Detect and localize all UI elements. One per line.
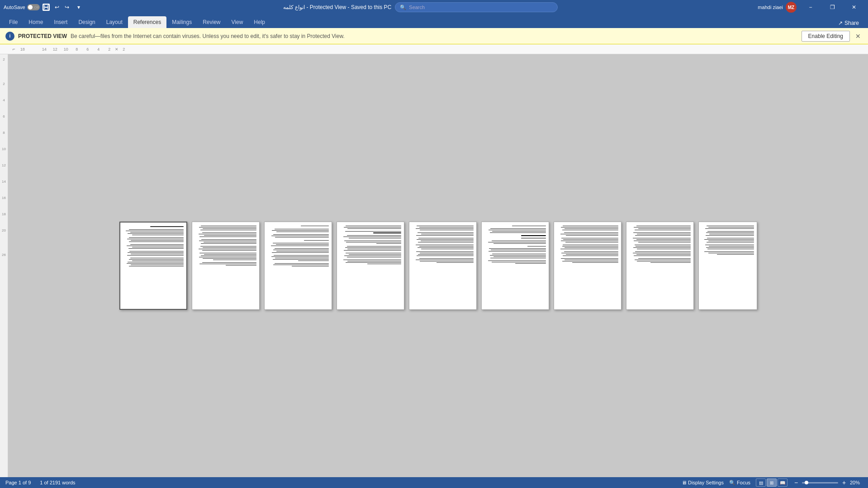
tab-file[interactable]: File [4, 16, 23, 28]
undo-button[interactable]: ↩ [52, 3, 62, 12]
tab-home[interactable]: Home [23, 16, 48, 28]
vr-sp7 [0, 153, 8, 161]
page-6-thumbnail[interactable] [481, 222, 549, 310]
page-1-content [120, 223, 186, 270]
document-area [8, 54, 868, 477]
tab-references[interactable]: References [128, 16, 166, 28]
user-info[interactable]: mahdi ziaei MZ [758, 2, 797, 13]
search-box[interactable]: 🔍 [395, 2, 558, 12]
page-8-thumbnail[interactable] [626, 222, 694, 310]
zoom-slider[interactable] [802, 482, 838, 483]
page-info: Page 1 of 9 [5, 480, 31, 485]
zoom-out-button[interactable]: − [793, 479, 799, 486]
vr-16: 16 [0, 194, 8, 202]
page-3-thumbnail[interactable] [264, 222, 332, 310]
page-6-content [482, 222, 549, 267]
close-button[interactable]: ✕ [844, 0, 864, 14]
display-settings-button[interactable]: 🖥 Display Settings [682, 480, 724, 485]
ruler-num-2r: 2 [119, 47, 129, 52]
ruler-num-10: 10 [61, 47, 71, 52]
vr-sp6 [0, 137, 8, 145]
title-bar-left: AutoSave Off ↩ ↪ ▾ [4, 3, 83, 12]
zoom-controls: − + 20% [793, 479, 863, 486]
page-3-content [265, 222, 332, 270]
title-center: انواع کلمه - Protected View - Saved to t… [87, 2, 754, 12]
minimize-button[interactable]: − [800, 0, 821, 14]
vr-10: 10 [0, 145, 8, 153]
tab-review[interactable]: Review [197, 16, 226, 28]
vr-20: 20 [0, 226, 8, 234]
title-bar-right: mahdi ziaei MZ − ❐ ✕ [758, 0, 864, 14]
avatar: MZ [786, 2, 797, 13]
protected-view-bar: i PROTECTED VIEW Be careful—files from t… [0, 28, 868, 44]
undo-redo-group: ↩ ↪ [52, 3, 71, 12]
save-icon[interactable] [43, 4, 50, 11]
close-protected-bar-button[interactable]: ✕ [854, 31, 863, 42]
autosave-toggle[interactable]: AutoSave Off [4, 4, 40, 10]
page-2-thumbnail[interactable] [192, 222, 260, 310]
vr-sp8 [0, 169, 8, 177]
vr-sp2 [0, 71, 8, 80]
page-7-thumbnail[interactable] [554, 222, 621, 310]
ruler-num-center: ✕ [115, 47, 119, 52]
title-bar: AutoSave Off ↩ ↪ ▾ انواع کلمه - Protecte… [0, 0, 868, 14]
share-icon: ↗ [838, 20, 843, 26]
ruler-num-6: 6 [82, 47, 93, 52]
page-5-content [409, 222, 476, 266]
ruler-num-14: 14 [39, 47, 50, 52]
vr-2b: 2 [0, 80, 8, 88]
autosave-switch[interactable]: Off [27, 4, 40, 10]
vr-12: 12 [0, 161, 8, 169]
ruler-bar: ⌐ 18 14 12 10 8 6 4 2 ✕ 2 [0, 44, 868, 54]
vr-6: 6 [0, 112, 8, 120]
vr-18: 18 [0, 210, 8, 218]
ribbon-tabs: File Home Insert Design Layout Reference… [0, 14, 868, 28]
redo-button[interactable]: ↪ [62, 3, 71, 12]
tab-layout[interactable]: Layout [101, 16, 128, 28]
zoom-in-button[interactable]: + [841, 479, 847, 486]
read-mode-view-btn[interactable]: 📖 [778, 479, 787, 487]
vr-sp10 [0, 202, 8, 210]
vr-sp3 [0, 88, 8, 96]
protected-label: PROTECTED VIEW [18, 33, 67, 39]
vr-sp5 [0, 120, 8, 128]
tab-mailings[interactable]: Mailings [166, 16, 197, 28]
tab-design[interactable]: Design [73, 16, 100, 28]
page-2-content [192, 222, 259, 269]
enable-editing-button[interactable]: Enable Editing [802, 31, 850, 42]
page-9-thumbnail[interactable] [698, 222, 757, 310]
web-layout-view-btn[interactable]: ⊞ [767, 479, 777, 487]
pages-container [119, 222, 757, 310]
focus-button[interactable]: 🔍 Focus [729, 480, 750, 486]
status-bar-right: 🖥 Display Settings 🔍 Focus ▤ ⊞ 📖 − + 20% [682, 479, 863, 487]
vr-sp13 [0, 242, 8, 251]
page-5-thumbnail[interactable] [409, 222, 477, 310]
page-8-content [626, 222, 693, 266]
ruler-num-18: 18 [17, 47, 28, 52]
status-bar: Page 1 of 9 1 of 2191 words 🖥 Display Se… [0, 477, 868, 488]
page-4-thumbnail[interactable] [337, 222, 404, 310]
window-controls: − ❐ ✕ [800, 0, 864, 14]
ruler-num-2: 2 [104, 47, 115, 52]
view-buttons: ▤ ⊞ 📖 [756, 479, 787, 487]
tab-view[interactable]: View [226, 16, 249, 28]
share-button[interactable]: ↗ Share [833, 18, 864, 28]
tab-help[interactable]: Help [248, 16, 270, 28]
vr-sp4 [0, 104, 8, 112]
restore-button[interactable]: ❐ [822, 0, 843, 14]
protected-message: Be careful—files from the Internet can c… [71, 33, 798, 39]
print-layout-view-btn[interactable]: ▤ [756, 479, 766, 487]
search-icon: 🔍 [400, 5, 406, 10]
zoom-thumb [805, 481, 808, 484]
customize-qat-button[interactable]: ▾ [74, 3, 83, 12]
autosave-label: AutoSave [4, 5, 25, 10]
tab-insert[interactable]: Insert [48, 16, 73, 28]
vr-sp1 [0, 63, 8, 71]
vr-14: 14 [0, 177, 8, 185]
page-1-thumbnail[interactable] [119, 222, 187, 310]
vr-sp11 [0, 218, 8, 226]
search-input[interactable] [409, 5, 553, 10]
autosave-state: Off [34, 5, 39, 9]
page-9-content [699, 222, 757, 258]
vr-4: 4 [0, 96, 8, 104]
